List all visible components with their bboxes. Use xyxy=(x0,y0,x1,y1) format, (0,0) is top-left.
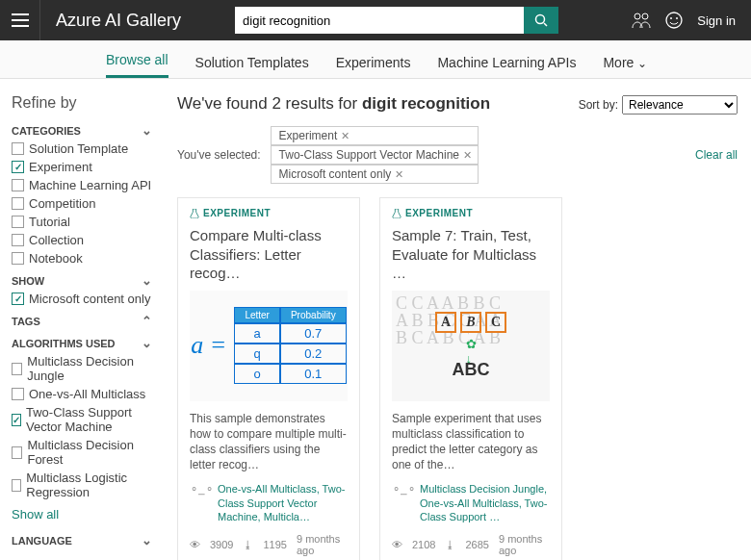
svg-point-2 xyxy=(634,13,640,19)
search-input[interactable] xyxy=(235,7,524,34)
checkbox-icon xyxy=(12,363,22,375)
checkbox-icon xyxy=(12,293,24,305)
card-title: Compare Multi-class Classifiers: Letter … xyxy=(190,226,348,283)
sign-in-link[interactable]: Sign in xyxy=(697,13,736,28)
download-icon: ⭳ xyxy=(243,539,253,550)
chevron-down-icon: ⌄ xyxy=(142,273,152,288)
show-all-link[interactable]: Show all xyxy=(12,507,152,522)
results-text: We've found 2 results for xyxy=(177,94,357,114)
feedback-icon[interactable] xyxy=(664,11,684,30)
tab-solution-templates[interactable]: Solution Templates xyxy=(195,55,309,78)
card-tags[interactable]: Multiclass Decision Jungle, One-vs-All M… xyxy=(420,482,550,523)
tab-ml-apis[interactable]: Machine Learning APIs xyxy=(437,55,576,78)
checkbox-icon xyxy=(12,479,21,492)
checkbox-icon xyxy=(12,414,21,426)
sort-label: Sort by: xyxy=(579,98,618,112)
graph-icon: ⚬⎯⚬ xyxy=(392,482,416,523)
close-icon: ✕ xyxy=(341,130,350,142)
card-pill: EXPERIMENT xyxy=(405,208,473,218)
tab-browse-all[interactable]: Browse all xyxy=(106,52,168,78)
checkbox-icon xyxy=(12,446,22,459)
svg-point-3 xyxy=(642,13,648,19)
checkbox-icon xyxy=(12,252,24,265)
card-title: Sample 7: Train, Test, Evaluate for Mult… xyxy=(392,226,550,283)
filter-category[interactable]: Experiment xyxy=(12,160,152,174)
section-categories[interactable]: CATEGORIES⌄ xyxy=(12,123,152,138)
results-query: digit recognition xyxy=(362,94,490,114)
menu-icon xyxy=(12,13,29,27)
checkbox-icon xyxy=(12,388,24,400)
chevron-down-icon: ⌄ xyxy=(142,123,152,138)
card-age: 9 months ago xyxy=(297,533,348,556)
filter-algorithm[interactable]: Two-Class Support Vector Machine xyxy=(12,405,152,434)
svg-point-4 xyxy=(666,13,682,28)
card-thumbnail: C C A A B B CA B B C C A AB C A B C A B … xyxy=(392,291,550,401)
brand-title: Azure AI Gallery xyxy=(40,11,196,31)
gear-arrow-icon: ✿↓ xyxy=(463,337,479,360)
view-count: 2108 xyxy=(412,539,435,550)
filter-chip[interactable]: Two-Class Support Vector Machine ✕ xyxy=(271,145,479,165)
result-card[interactable]: EXPERIMENT Sample 7: Train, Test, Evalua… xyxy=(379,197,562,560)
download-count: 2685 xyxy=(465,539,488,550)
sort-select[interactable]: Relevance xyxy=(622,95,738,115)
search-button[interactable] xyxy=(524,7,558,34)
filter-chip[interactable]: Experiment ✕ xyxy=(271,126,479,145)
section-language[interactable]: LANGUAGE⌄ xyxy=(12,533,152,547)
download-icon: ⭳ xyxy=(445,539,455,550)
tab-more[interactable]: More xyxy=(603,55,646,78)
filter-algorithm[interactable]: Multiclass Decision Jungle xyxy=(12,354,152,383)
close-icon: ✕ xyxy=(463,149,472,162)
svg-point-6 xyxy=(676,17,678,19)
card-pill: EXPERIMENT xyxy=(203,208,271,218)
checkbox-icon xyxy=(12,179,24,191)
section-tags[interactable]: TAGS⌃ xyxy=(12,314,152,328)
filter-category[interactable]: Tutorial xyxy=(12,215,152,229)
eye-icon: 👁 xyxy=(392,539,402,550)
section-show[interactable]: SHOW⌄ xyxy=(12,273,152,288)
filter-algorithm[interactable]: Multiclass Logistic Regression xyxy=(12,471,152,499)
chevron-down-icon: ⌄ xyxy=(142,336,152,350)
close-icon: ✕ xyxy=(395,168,403,181)
tab-experiments[interactable]: Experiments xyxy=(336,55,411,78)
flask-icon xyxy=(392,209,401,218)
section-algorithms[interactable]: ALGORITHMS USED⌄ xyxy=(12,336,152,350)
checkbox-icon xyxy=(12,161,24,173)
filter-show[interactable]: Microsoft content only xyxy=(12,292,152,306)
filter-category[interactable]: Solution Template xyxy=(12,141,152,156)
graph-icon: ⚬⎯⚬ xyxy=(190,482,214,523)
card-description: Sample experiment that uses multiclass c… xyxy=(392,411,550,473)
filter-algorithm[interactable]: Multiclass Decision Forest xyxy=(12,438,152,467)
card-tags[interactable]: One-vs-All Multiclass, Two-Class Support… xyxy=(218,482,348,523)
selected-label: You've selected: xyxy=(177,148,261,162)
checkbox-icon xyxy=(12,234,24,246)
svg-point-0 xyxy=(536,15,545,24)
search-icon xyxy=(534,13,548,27)
filter-algorithm[interactable]: One-vs-All Multiclass xyxy=(12,387,152,401)
people-icon[interactable] xyxy=(632,12,651,29)
checkbox-icon xyxy=(12,197,24,210)
checkbox-icon xyxy=(12,216,24,228)
svg-point-5 xyxy=(670,17,672,19)
card-description: This sample demonstrates how to compare … xyxy=(190,411,348,473)
flask-icon xyxy=(190,209,199,218)
checkbox-icon xyxy=(12,142,24,155)
filter-chip[interactable]: Microsoft content only ✕ xyxy=(271,165,479,184)
eye-icon: 👁 xyxy=(190,539,200,550)
clear-all-link[interactable]: Clear all xyxy=(695,148,738,162)
refine-by-heading: Refine by xyxy=(12,94,152,112)
filter-category[interactable]: Collection xyxy=(12,233,152,247)
chevron-up-icon: ⌃ xyxy=(142,314,152,328)
hamburger-menu[interactable] xyxy=(0,0,40,40)
chevron-down-icon: ⌄ xyxy=(142,533,152,547)
view-count: 3909 xyxy=(210,539,233,550)
filter-category[interactable]: Competition xyxy=(12,196,152,211)
svg-line-1 xyxy=(544,23,547,26)
filter-category[interactable]: Notebook xyxy=(12,251,152,266)
filter-category[interactable]: Machine Learning API xyxy=(12,178,152,192)
result-card[interactable]: EXPERIMENT Compare Multi-class Classifie… xyxy=(177,197,360,560)
card-thumbnail: a = Letteraqo Probability0.70.20.1 xyxy=(190,291,348,401)
card-age: 9 months ago xyxy=(499,533,550,556)
download-count: 1195 xyxy=(263,539,286,550)
